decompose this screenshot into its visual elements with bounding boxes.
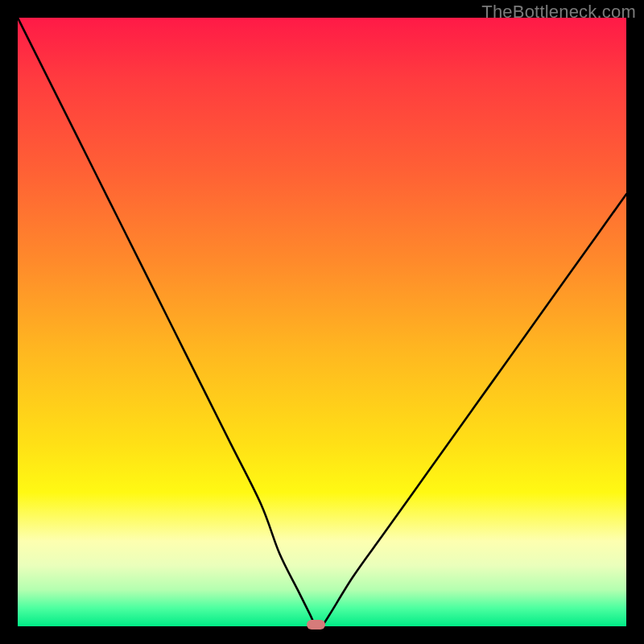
chart-frame: TheBottleneck.com [0,0,644,644]
optimum-marker [307,620,325,630]
watermark-text: TheBottleneck.com [481,2,636,23]
plot-area [18,18,626,626]
bottleneck-curve [18,18,626,626]
